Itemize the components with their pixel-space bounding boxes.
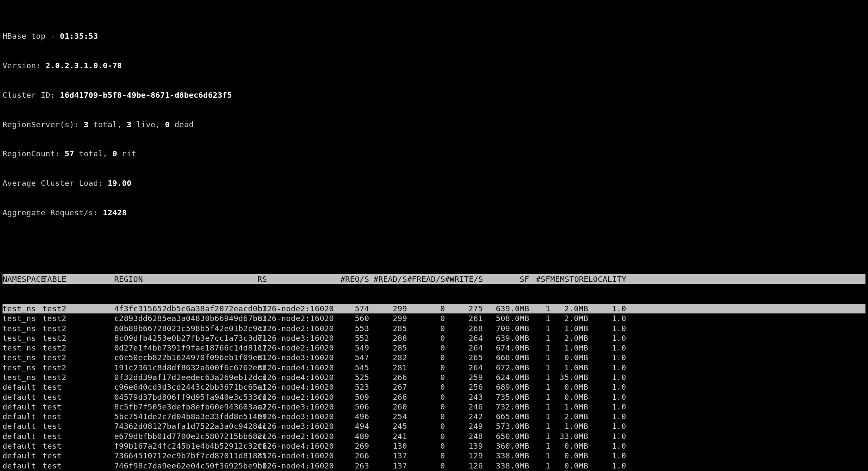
- cell-memstore: 2.0MB: [550, 333, 588, 343]
- col-freads: #FREAD/S: [407, 274, 445, 284]
- cell-reqs: 552: [338, 333, 369, 343]
- cell-namespace: test_ns: [3, 304, 43, 313]
- cell-sf: 672.0MB: [483, 363, 529, 372]
- avg-load-value: 19.00: [107, 178, 131, 188]
- cell-reqs: 549: [338, 343, 369, 353]
- agg-req-label: Aggregate Request/s:: [3, 208, 103, 217]
- table-row[interactable]: test_nstest2191c2361c8d8df8632a600f6c676…: [3, 363, 865, 372]
- cell-reads: 245: [369, 421, 407, 431]
- col-memstore: MEMSTORE: [550, 274, 588, 284]
- table-row[interactable]: defaulttest746f98c7da9ee62e04c50f36925be…: [3, 461, 865, 471]
- table-row[interactable]: test_nstest2c6c50ecb822b1624970f096eb1f0…: [3, 353, 865, 362]
- table-row[interactable]: defaultteste679dbfbb01d7700e2c5807215bb6…: [3, 431, 865, 441]
- title-prefix: HBase top -: [3, 31, 60, 41]
- cell-sf: 735.0MB: [483, 392, 529, 402]
- regioncount-rit: 0: [113, 149, 117, 158]
- cell-reads: 281: [369, 363, 407, 372]
- table-row[interactable]: defaulttest8c5fb7f505e3defb8efb60e943603…: [3, 402, 865, 412]
- cell-nsf: 1: [529, 451, 550, 460]
- cell-freads: 0: [407, 461, 445, 471]
- cell-reads: 285: [369, 324, 407, 333]
- cell-namespace: default: [3, 451, 43, 460]
- cell-freads: 0: [407, 363, 445, 372]
- cell-rs: c126-node3:16020: [257, 353, 338, 362]
- cell-nsf: 1: [529, 412, 550, 421]
- cell-table: test2: [43, 363, 114, 372]
- cell-namespace: default: [3, 412, 43, 421]
- cell-nsf: 1: [529, 343, 550, 353]
- avg-load-label: Average Cluster Load:: [3, 178, 107, 188]
- rs-total: 3: [84, 120, 88, 129]
- cell-freads: 0: [407, 372, 445, 382]
- cell-memstore: 0.0MB: [550, 392, 588, 402]
- regioncount-label: RegionCount:: [3, 149, 64, 158]
- cell-freads: 0: [407, 402, 445, 412]
- table-row[interactable]: test_nstest28c09dfb4253e0b27fb3e7cc1a73c…: [3, 333, 865, 343]
- cell-reads: 299: [369, 304, 407, 313]
- cell-region: 74362d08127bafa1d7522a3a0c94284c: [114, 421, 257, 431]
- cell-namespace: default: [3, 392, 43, 402]
- cell-writes: 264: [445, 343, 483, 353]
- cell-sf: 639.0MB: [483, 304, 529, 313]
- cell-locality: 1.0: [588, 412, 626, 421]
- table-row[interactable]: defaulttest5bc7541de2c7d04b8a3e33fdd8e51…: [3, 412, 865, 421]
- cell-reqs: 509: [338, 392, 369, 402]
- cell-locality: 1.0: [588, 343, 626, 353]
- table-row[interactable]: test_nstest2c2893dd6285ea3a04830b66949d6…: [3, 313, 865, 323]
- cell-locality: 1.0: [588, 421, 626, 431]
- cell-rs: c126-node2:16020: [257, 304, 338, 313]
- cell-locality: 1.0: [588, 451, 626, 460]
- col-reqs: #REQ/S: [338, 274, 369, 284]
- rs-dead: 0: [165, 120, 170, 129]
- cell-namespace: default: [3, 402, 43, 412]
- cell-writes: 126: [445, 461, 483, 471]
- cell-nsf: 1: [529, 441, 550, 451]
- cell-table: test2: [43, 353, 114, 362]
- cell-reqs: 489: [338, 431, 369, 441]
- cluster-id-label: Cluster ID:: [3, 90, 60, 100]
- cell-reads: 299: [369, 313, 407, 323]
- agg-req-value: 12428: [103, 208, 127, 217]
- cell-writes: 139: [445, 441, 483, 451]
- table-row[interactable]: defaulttestc96e640cd3d3cd2443c2bb3671bc6…: [3, 382, 865, 392]
- table-row[interactable]: test_nstest24f3fc315652db5c6a38af2072eac…: [3, 304, 865, 313]
- cell-memstore: 1.0MB: [550, 363, 588, 372]
- table-row[interactable]: defaulttest73664510712ec9b7bf7cd87011d81…: [3, 451, 865, 460]
- cell-namespace: default: [3, 382, 43, 392]
- cell-sf: 624.0MB: [483, 372, 529, 382]
- cell-rs: c126-node3:16020: [257, 333, 338, 343]
- cell-locality: 1.0: [588, 441, 626, 451]
- table-row[interactable]: defaulttest04579d37bd806ff9d95fa940e3c53…: [3, 392, 865, 402]
- cell-region: 60b89b66728023c598b5f42e01b2c913: [114, 324, 257, 333]
- col-rs: RS: [257, 274, 338, 284]
- cell-freads: 0: [407, 412, 445, 421]
- cell-sf: 338.0MB: [483, 461, 529, 471]
- terminal-screen[interactable]: HBase top - 01:35:53 Version: 2.0.2.3.1.…: [0, 0, 868, 471]
- cell-table: test2: [43, 324, 114, 333]
- table-row[interactable]: test_nstest20d27e1f4bb7391f9fae18766c14d…: [3, 343, 865, 353]
- cell-table: test: [43, 431, 114, 441]
- cell-freads: 0: [407, 392, 445, 402]
- cell-rs: c126-node4:16020: [257, 382, 338, 392]
- cell-locality: 1.0: [588, 304, 626, 313]
- cell-sf: 668.0MB: [483, 353, 529, 362]
- rs-live-suffix: live,: [131, 120, 165, 129]
- cell-nsf: 1: [529, 431, 550, 441]
- cell-writes: 256: [445, 382, 483, 392]
- cell-writes: 264: [445, 363, 483, 372]
- cell-region: 5bc7541de2c7d04b8a3e33fdd8e51499: [114, 412, 257, 421]
- cell-rs: c126-node2:16020: [257, 324, 338, 333]
- region-table: NAMESPACE TABLE REGION RS #REQ/S #READ/S…: [3, 254, 865, 471]
- table-row[interactable]: test_nstest20f32dd39af17d2eedec63a269eb1…: [3, 372, 865, 382]
- cell-writes: 275: [445, 304, 483, 313]
- table-row[interactable]: defaulttest74362d08127bafa1d7522a3a0c942…: [3, 421, 865, 431]
- cell-rs: c126-node4:16020: [257, 363, 338, 372]
- table-row[interactable]: defaulttestf99b167a24fc245b1e4b4b52912c3…: [3, 441, 865, 451]
- cell-rs: c126-node4:16020: [257, 461, 338, 471]
- regioncount-total-suffix: total,: [74, 149, 113, 158]
- col-table: TABLE: [43, 274, 114, 284]
- cell-writes: 264: [445, 333, 483, 343]
- title-line: HBase top - 01:35:53: [3, 31, 865, 41]
- table-row[interactable]: test_nstest260b89b66728023c598b5f42e01b2…: [3, 324, 865, 333]
- cell-table: test2: [43, 313, 114, 323]
